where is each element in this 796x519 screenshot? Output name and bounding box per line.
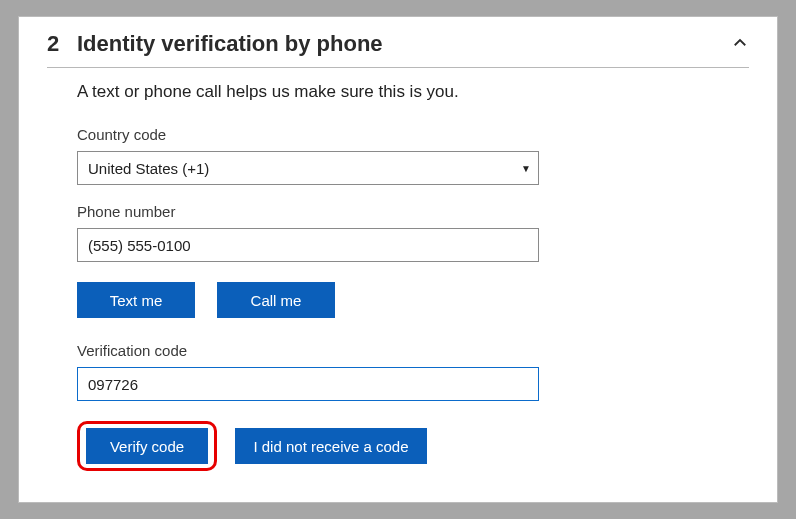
verification-code-input[interactable]	[77, 367, 539, 401]
country-code-label: Country code	[77, 126, 749, 143]
section-header[interactable]: 2 Identity verification by phone	[47, 31, 749, 68]
step-number: 2	[47, 31, 71, 57]
call-me-button[interactable]: Call me	[217, 282, 335, 318]
verify-row: Verify code I did not receive a code	[77, 421, 749, 471]
verification-panel: 2 Identity verification by phone A text …	[18, 16, 778, 503]
text-me-button[interactable]: Text me	[77, 282, 195, 318]
phone-number-input[interactable]	[77, 228, 539, 262]
chevron-up-icon[interactable]	[731, 34, 749, 55]
verify-code-button[interactable]: Verify code	[86, 428, 208, 464]
highlight-annotation: Verify code	[77, 421, 217, 471]
no-code-button[interactable]: I did not receive a code	[235, 428, 427, 464]
section-title: Identity verification by phone	[77, 31, 731, 57]
send-code-row: Text me Call me	[77, 282, 749, 318]
phone-number-label: Phone number	[77, 203, 749, 220]
verification-code-label: Verification code	[77, 342, 749, 359]
country-code-value[interactable]	[77, 151, 539, 185]
section-subtitle: A text or phone call helps us make sure …	[77, 82, 749, 102]
country-code-select[interactable]: ▼	[77, 151, 539, 185]
section-content: A text or phone call helps us make sure …	[77, 82, 749, 471]
